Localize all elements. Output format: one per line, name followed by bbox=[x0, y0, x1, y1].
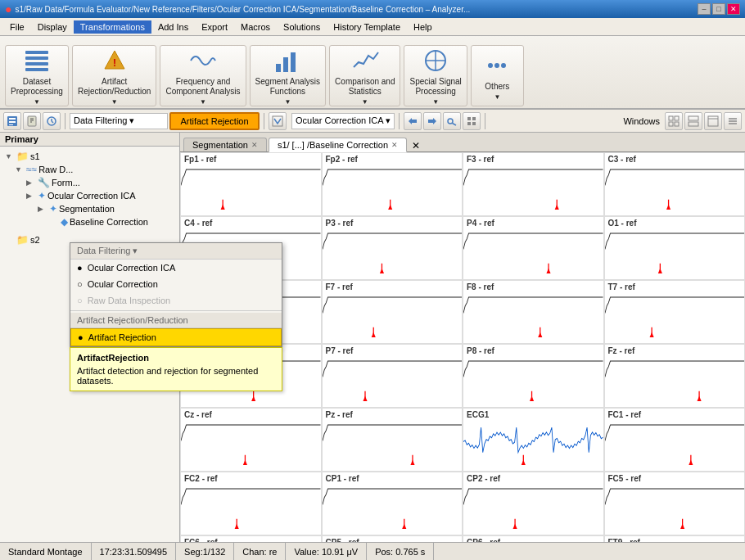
svg-rect-6 bbox=[283, 57, 288, 72]
ribbon-frequency[interactable]: Frequency andComponent Analysis ▼ bbox=[160, 45, 246, 106]
tab-baseline[interactable]: s1/ [...] /Baseline Correction ✕ bbox=[269, 138, 407, 152]
eeg-waveform bbox=[323, 166, 463, 211]
eeg-waveform bbox=[323, 294, 463, 339]
maximize-button[interactable]: □ bbox=[712, 3, 725, 15]
menu-transformations[interactable]: Transformations bbox=[74, 20, 151, 34]
menu-addins[interactable]: Add Ins bbox=[151, 20, 195, 34]
svg-rect-31 bbox=[689, 116, 698, 120]
dropdown-item-ocular[interactable]: ○ Ocular Correction bbox=[70, 276, 282, 292]
dropdown-item-rawdata-inspect[interactable]: ○ Raw Data Inspection bbox=[70, 292, 282, 309]
tab-close-extra[interactable]: ✕ bbox=[409, 140, 423, 151]
eeg-channel-label: FC1 - ref bbox=[605, 409, 745, 421]
svg-rect-1 bbox=[25, 56, 48, 60]
eeg-waveform bbox=[463, 358, 603, 403]
toolbar-btn-7[interactable] bbox=[443, 112, 461, 130]
channel-text: Chan: re bbox=[242, 547, 277, 557]
artifact-check: ● bbox=[78, 332, 84, 342]
artifact-rejection-button[interactable]: Artifact Rejection bbox=[169, 112, 260, 130]
baseline-icon: ◆ bbox=[61, 216, 68, 228]
toolbar: Data Filtering ▾ Artifact Rejection Ocul… bbox=[0, 110, 745, 133]
toolbar-btn-8[interactable] bbox=[463, 112, 481, 130]
eeg-waveform bbox=[323, 422, 463, 467]
primary-label: Primary bbox=[0, 133, 179, 147]
toolbar-btn-3[interactable] bbox=[43, 112, 61, 130]
eeg-cell: CP2 - ref bbox=[463, 472, 604, 535]
tree-item-form[interactable]: ▶ 🔧 Form... bbox=[3, 176, 176, 189]
eeg-channel-label: P3 - ref bbox=[323, 217, 463, 229]
window-btn-2[interactable] bbox=[684, 112, 702, 130]
app-icon: ● bbox=[5, 2, 11, 16]
toolbar-btn-5[interactable] bbox=[404, 112, 422, 130]
svg-marker-57 bbox=[371, 332, 375, 337]
toolbar-btn-6[interactable] bbox=[423, 112, 441, 130]
toolbar-btn-1[interactable] bbox=[3, 112, 21, 130]
tab-bar: Segmentation ✕ s1/ [...] /Baseline Corre… bbox=[180, 133, 745, 152]
comparison-icon bbox=[350, 46, 380, 75]
svg-point-11 bbox=[501, 63, 506, 68]
toolbar-sep-4 bbox=[485, 113, 485, 129]
eeg-channel-label: P7 - ref bbox=[323, 345, 463, 357]
ribbon-others[interactable]: Others ▼ bbox=[471, 45, 524, 106]
svg-marker-61 bbox=[649, 332, 653, 337]
data-filtering-dropdown[interactable]: Data Filtering ▾ bbox=[70, 113, 168, 129]
ribbon-special-label: Special SignalProcessing bbox=[409, 77, 461, 97]
eeg-waveform bbox=[181, 166, 321, 211]
menu-help[interactable]: Help bbox=[407, 20, 439, 34]
ribbon-artifact-rejection[interactable]: ! ArtifactRejection/Reduction ▼ bbox=[72, 45, 157, 106]
tree-label-s2: s2 bbox=[30, 235, 40, 245]
ribbon-special-signal[interactable]: Special SignalProcessing ▼ bbox=[404, 45, 467, 106]
ribbon-comparison[interactable]: Comparison andStatistics ▼ bbox=[329, 45, 400, 106]
svg-marker-65 bbox=[363, 396, 367, 401]
dropdown-item-artifact-rejection[interactable]: ● Artifact Rejection bbox=[70, 328, 282, 346]
tab-segmentation-close[interactable]: ✕ bbox=[251, 141, 258, 149]
eeg-cell: P4 - ref bbox=[463, 216, 604, 280]
title-text: s1/Raw Data/Formula Evaluator/New Refere… bbox=[15, 5, 470, 14]
eeg-cell: Fz - ref bbox=[604, 344, 746, 408]
tooltip-text: Artifact detection and rejection for seg… bbox=[77, 366, 275, 386]
expand-ocular-ica: ▶ bbox=[26, 192, 36, 200]
close-button[interactable]: ✕ bbox=[727, 3, 740, 15]
eeg-waveform bbox=[463, 294, 603, 339]
ocular-ica-item-label: Ocular Correction ICA bbox=[88, 263, 176, 273]
menu-display[interactable]: Display bbox=[31, 20, 74, 34]
minimize-button[interactable]: – bbox=[698, 3, 711, 15]
ribbon-segment-analysis[interactable]: Segment AnalysisFunctions ▼ bbox=[250, 45, 327, 106]
statusbar: Standard Montage 17:23:31.509495 Seg:1/1… bbox=[0, 542, 745, 560]
toolbar-btn-2[interactable] bbox=[23, 112, 41, 130]
artifact-arrow: ▼ bbox=[111, 98, 118, 106]
ribbon-dataset-preprocessing[interactable]: DatasetPreprocessing ▼ bbox=[5, 45, 69, 106]
tree-item-rawdata[interactable]: ▼ ≈≈ Raw D... bbox=[3, 163, 176, 176]
eeg-cell: O1 - ref bbox=[604, 216, 746, 280]
svg-marker-83 bbox=[513, 524, 517, 529]
tree-label-baseline: Baseline Correction bbox=[70, 217, 148, 227]
menu-solutions[interactable]: Solutions bbox=[277, 20, 327, 34]
tree-item-ocular-ica[interactable]: ▶ ✦ Ocular Correction ICA bbox=[3, 189, 176, 202]
eeg-channel-label: CP5 - ref bbox=[323, 536, 463, 542]
toolbar-btn-4[interactable] bbox=[269, 112, 287, 130]
tab-baseline-close[interactable]: ✕ bbox=[391, 141, 398, 149]
eeg-cell: FT9 - ref bbox=[604, 535, 746, 542]
tree-item-baseline[interactable]: ◆ Baseline Correction bbox=[3, 215, 176, 228]
eeg-channel-label: F3 - ref bbox=[463, 153, 603, 165]
tree-item-segmentation[interactable]: ▶ ✦ Segmentation bbox=[3, 202, 176, 215]
others-icon bbox=[482, 51, 512, 80]
tree-label-form: Form... bbox=[52, 178, 80, 187]
window-btn-3[interactable] bbox=[704, 112, 722, 130]
eeg-channel-label: Cz - ref bbox=[181, 409, 321, 421]
window-btn-1[interactable] bbox=[665, 112, 683, 130]
window-btn-4[interactable] bbox=[724, 112, 742, 130]
tab-segmentation[interactable]: Segmentation ✕ bbox=[183, 138, 267, 151]
dropdown-overlay: Data Filtering ▾ ● Ocular Correction ICA… bbox=[70, 242, 282, 391]
svg-marker-79 bbox=[235, 524, 239, 529]
folder-icon-s1: 📁 bbox=[16, 151, 29, 162]
svg-rect-23 bbox=[467, 117, 471, 120]
ocular-correction-dropdown[interactable]: Ocular Correction ICA ▾ bbox=[291, 113, 395, 129]
menu-file[interactable]: File bbox=[3, 20, 31, 34]
tree-item-s1[interactable]: ▼ 📁 s1 bbox=[3, 150, 176, 163]
eeg-channel-label: FC5 - ref bbox=[605, 472, 745, 485]
dropdown-item-ocular-ica[interactable]: ● Ocular Correction ICA bbox=[70, 260, 282, 276]
svg-rect-29 bbox=[669, 122, 673, 126]
menu-macros[interactable]: Macros bbox=[234, 20, 277, 34]
menu-history-template[interactable]: History Template bbox=[327, 20, 407, 34]
menu-export[interactable]: Export bbox=[195, 20, 234, 34]
